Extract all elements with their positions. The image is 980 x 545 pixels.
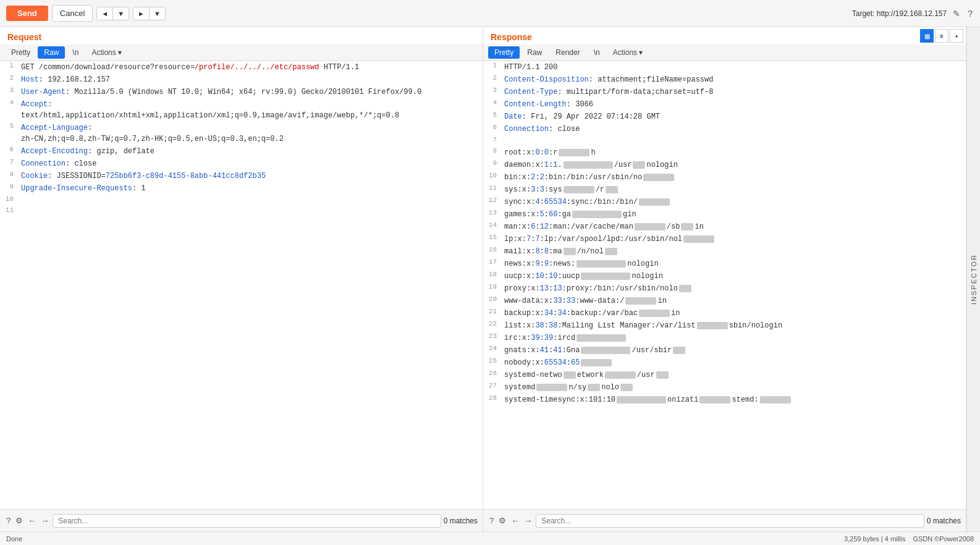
tab-response-newline[interactable]: \n — [588, 46, 606, 59]
view-mode-split[interactable]: ▦ — [920, 29, 934, 43]
table-row: 27 systemdn/synolo — [483, 381, 966, 394]
prev-down-button[interactable]: ▼ — [113, 7, 129, 20]
status-brand: GSDN ©Power2008 — [913, 535, 974, 543]
top-toolbar: Send Cancel ◄ ▼ ► ▼ Target: http://192.1… — [0, 0, 980, 27]
tab-response-actions[interactable]: Actions ▾ — [607, 46, 649, 59]
table-row: 20 www-data:x:33:33:www-data:/in — [483, 295, 966, 307]
table-row: 10 — [0, 195, 483, 206]
next-down-button[interactable]: ▼ — [150, 7, 165, 20]
table-row: 8 Cookie: JSESSIONID=725bb6f3-c89d-4155-… — [0, 170, 483, 182]
tab-request-actions[interactable]: Actions ▾ — [86, 46, 127, 59]
table-row: 13 games:x:5:60:gagin — [483, 208, 966, 221]
table-row: 1 HTTP/1.1 200 — [483, 61, 966, 74]
tab-response-render[interactable]: Render — [549, 46, 586, 59]
table-row: 28 systemd-timesync:x:101:10onizatistemd… — [483, 394, 966, 406]
table-row: 16 mail:x:8:8:ma/n/nol — [483, 245, 966, 258]
table-row: 25 nobody:x:65534:65 — [483, 357, 966, 369]
view-mode-buttons: ▦ ≡ ▪ — [920, 29, 966, 43]
tab-request-raw[interactable]: Raw — [38, 46, 65, 59]
status-done: Done — [6, 535, 22, 543]
search-prev-button[interactable]: ← — [27, 515, 37, 526]
help-button[interactable]: ? — [966, 7, 974, 20]
table-row: 2 Host: 192.168.12.157 — [0, 74, 483, 86]
table-row: 2 Content-Disposition: attachment;fileNa… — [483, 74, 966, 86]
table-row: 10 bin:x:2:2:bin:/bin:/usr/sbin/no — [483, 171, 966, 184]
table-row: 17 news:x:9:9:news:nologin — [483, 258, 966, 270]
status-right: 3,259 bytes | 4 millis GSDN ©Power2008 — [844, 535, 974, 543]
status-bar: Done 3,259 bytes | 4 millis GSDN ©Power2… — [0, 531, 980, 545]
nav-group-prev: ◄ ▼ — [96, 7, 129, 20]
request-code-area[interactable]: 1 GET /common/download/resource?resource… — [0, 61, 483, 509]
response-search-input[interactable] — [536, 514, 924, 528]
search-next-button[interactable]: → — [40, 515, 50, 526]
table-row: 8 root:x:0:0:rh — [483, 146, 966, 159]
table-row: 23 irc:x:39:39:ircd — [483, 332, 966, 344]
inspector-panel: INSPECTOR — [966, 27, 980, 531]
response-code-area[interactable]: 1 HTTP/1.1 200 2 Content-Disposition: at… — [483, 61, 966, 509]
response-search-settings-button[interactable]: ⚙ — [497, 515, 507, 526]
response-title: Response — [483, 27, 539, 44]
response-matches: 0 matches — [927, 517, 961, 525]
table-row: 24 gnats:x:41:41:Gna/usr/sbir — [483, 344, 966, 357]
cancel-button[interactable]: Cancel — [52, 5, 93, 22]
table-row: 1 GET /common/download/resource?resource… — [0, 61, 483, 74]
status-bytes: 3,259 bytes | 4 millis — [844, 535, 905, 543]
inspector-label: INSPECTOR — [970, 254, 978, 305]
next-button[interactable]: ► — [133, 7, 150, 20]
table-row: 5 Accept-Language: zh-CN,zh;q=0.8,zh-TW;… — [0, 122, 483, 145]
tab-request-pretty[interactable]: Pretty — [5, 46, 36, 59]
request-matches: 0 matches — [444, 517, 478, 525]
table-row: 19 proxy:x:13:13:proxy:/bin:/usr/sbin/no… — [483, 282, 966, 295]
table-row: 9 daemon:x:1:1./usrnologin — [483, 159, 966, 171]
table-row: 7 — [483, 135, 966, 146]
table-row: 21 backup:x:34:34:backup:/var/bacin — [483, 307, 966, 319]
table-row: 3 Content-Type: multipart/form-data;char… — [483, 86, 966, 98]
table-row: 3 User-Agent: Mozilla/5.0 (Windows NT 10… — [0, 86, 483, 98]
search-settings-button[interactable]: ⚙ — [14, 515, 24, 526]
table-row: 9 Upgrade-Insecure-Requests: 1 — [0, 182, 483, 195]
request-title: Request — [0, 27, 483, 44]
target-label: Target: http://192.168.12.157 — [852, 9, 947, 18]
request-search-input[interactable] — [53, 514, 441, 528]
table-row: 6 Accept-Encoding: gzip, deflate — [0, 145, 483, 158]
response-search-help-button[interactable]: ? — [488, 515, 495, 526]
nav-group-next: ► ▼ — [133, 7, 166, 20]
table-row: 26 systemd-netwoetwork/usr — [483, 369, 966, 381]
view-mode-list[interactable]: ≡ — [935, 29, 948, 43]
table-row: 7 Connection: close — [0, 158, 483, 170]
edit-target-button[interactable]: ✎ — [952, 7, 961, 20]
main-content: Request Pretty Raw \n Actions ▾ 1 GET /c… — [0, 27, 980, 531]
request-panel: Request Pretty Raw \n Actions ▾ 1 GET /c… — [0, 27, 483, 531]
tab-response-raw[interactable]: Raw — [521, 46, 548, 59]
response-search-prev-button[interactable]: ← — [510, 515, 520, 526]
table-row: 6 Connection: close — [483, 123, 966, 135]
request-search-bar: ? ⚙ ← → 0 matches — [0, 509, 483, 531]
tab-request-newline[interactable]: \n — [66, 46, 85, 59]
response-search-bar: ? ⚙ ← → 0 matches — [483, 509, 966, 531]
search-help-button[interactable]: ? — [5, 515, 12, 526]
request-tab-bar: Pretty Raw \n Actions ▾ — [0, 44, 483, 61]
table-row: 12 sync:x:4:65534:sync:/bin:/bin/ — [483, 196, 966, 208]
table-row: 14 man:x:6:12:man:/var/cache/man/sbin — [483, 221, 966, 233]
response-tab-bar: Pretty Raw Render \n Actions ▾ — [483, 44, 966, 61]
table-row: 4 Accept: text/html,application/xhtml+xm… — [0, 98, 483, 122]
table-row: 18 uucp:x:10:10:uucpnologin — [483, 270, 966, 282]
send-button[interactable]: Send — [6, 6, 48, 21]
table-row: 22 list:x:38:38:Mailing List Manager:/va… — [483, 319, 966, 332]
response-panel: Response ▦ ≡ ▪ Pretty Raw Render \n Acti… — [483, 27, 966, 531]
view-mode-compact[interactable]: ▪ — [950, 29, 963, 43]
target-info: Target: http://192.168.12.157 ✎ ? — [852, 7, 974, 20]
table-row: 5 Date: Fri, 29 Apr 2022 07:14:28 GMT — [483, 111, 966, 123]
table-row: 4 Content-Length: 3066 — [483, 98, 966, 111]
table-row: 15 lp:x:7:7:lp:/var/spool/lpd:/usr/sbin/… — [483, 233, 966, 245]
table-row: 11 — [0, 206, 483, 217]
table-row: 11 sys:x:3:3:sys/r — [483, 184, 966, 196]
tab-response-pretty[interactable]: Pretty — [488, 46, 520, 59]
response-search-next-button[interactable]: → — [523, 515, 533, 526]
prev-button[interactable]: ◄ — [97, 7, 113, 20]
